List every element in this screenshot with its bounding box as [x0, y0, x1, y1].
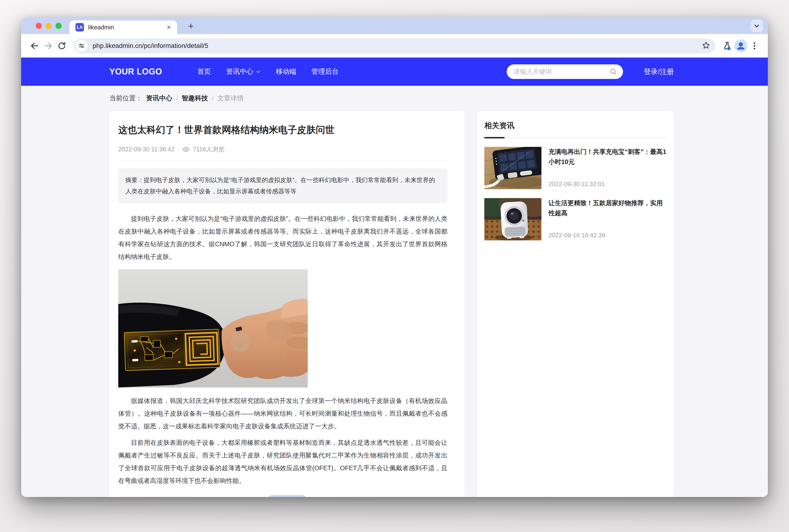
main-nav: 首页 资讯中心 移动端 管理后台	[198, 67, 339, 76]
nav-item-mobile[interactable]: 移动端	[276, 67, 297, 76]
close-window-button[interactable]	[36, 23, 42, 29]
maximize-window-button[interactable]	[55, 23, 62, 29]
breadcrumb-item-category[interactable]: 智趣科技	[182, 94, 208, 103]
tab-favicon: LA	[75, 23, 84, 32]
traffic-lights	[36, 23, 62, 29]
article-image-electronic-skin	[118, 269, 308, 387]
site-header: YOUR LOGO 首页 资讯中心 移动端 管理后台 登录/注册	[21, 58, 768, 86]
article-meta: 2022-09-30 11:36:42 7116人浏览	[118, 145, 447, 153]
login-register-link[interactable]: 登录/注册	[644, 67, 674, 77]
article-card: 这也太科幻了！世界首款网格结构纳米电子皮肤问世 2022-09-30 11:36…	[109, 111, 464, 497]
related-item-title[interactable]: 充满电再出门！共享充电宝“刺客”：最高1小时10元	[548, 147, 666, 167]
address-bar[interactable]: php.likeadmin.cn/pc/information/detail/5	[74, 38, 715, 53]
related-item[interactable]: 让生活更精致！五款居家好物推荐，实用性超高 2022-09-16 16:42:3…	[484, 198, 666, 241]
tab-strip: LA likeadmin × +	[21, 18, 768, 34]
search-input[interactable]	[507, 64, 623, 79]
site-logo[interactable]: YOUR LOGO	[109, 67, 162, 77]
browser-window: LA likeadmin × + php.likeadmin.cn/pc/inf…	[21, 18, 768, 497]
related-news-card: 相关资讯	[477, 111, 674, 497]
browser-toolbar: php.likeadmin.cn/pc/information/detail/5	[21, 34, 768, 58]
site-search	[507, 64, 623, 79]
tab-search-chevron-icon[interactable]	[750, 19, 763, 32]
related-item-title[interactable]: 让生活更精致！五款居家好物推荐，实用性超高	[548, 198, 666, 218]
pagination-button[interactable]	[267, 495, 307, 497]
related-thumbnail-projector	[484, 198, 541, 241]
bookmark-star-icon[interactable]	[701, 41, 711, 51]
article-paragraph: 据媒体报道，韩国大邱庆北科学技术院研究团队成功开发出了全球第一个纳米结构电子皮肤…	[118, 395, 447, 433]
nav-item-news-center[interactable]: 资讯中心	[226, 67, 261, 76]
reload-icon[interactable]	[55, 39, 69, 53]
breadcrumb-prefix: 当前位置：	[109, 94, 142, 103]
url-text[interactable]: php.likeadmin.cn/pc/information/detail/5	[93, 42, 208, 50]
article-views: 7116人浏览	[193, 145, 225, 153]
forward-icon[interactable]	[41, 39, 55, 53]
article-paragraph: 目前用在皮肤表面的电子设备，大都采用橡胶或者塑料等基材制造而来，其缺点是透水透气…	[118, 436, 447, 487]
tab-title: likeadmin	[88, 24, 114, 31]
related-item-date: 2022-09-16 16:42:39	[548, 232, 666, 239]
tab-close-icon[interactable]: ×	[167, 24, 171, 31]
search-icon[interactable]	[609, 68, 617, 77]
related-news-title: 相关资讯	[484, 120, 666, 131]
breadcrumb: 当前位置： 资讯中心 / 智趣科技 / 文章详情	[109, 94, 768, 103]
site-info-icon[interactable]	[76, 40, 88, 52]
breadcrumb-item-current: 文章详情	[218, 94, 244, 103]
related-item-date: 2022-09-30 11:32:01	[548, 180, 666, 188]
experiments-flask-icon[interactable]	[720, 39, 734, 53]
article-summary: 摘要：提到电子皮肤，大家可别以为是“电子游戏里的虚拟皮肤”。在一些科幻电影中，我…	[118, 168, 447, 203]
new-tab-button[interactable]: +	[186, 21, 196, 31]
divider	[118, 160, 447, 161]
article-date: 2022-09-30 11:36:42	[118, 146, 175, 153]
minimize-window-button[interactable]	[45, 23, 52, 29]
article-title: 这也太科幻了！世界首款网格结构纳米电子皮肤问世	[118, 124, 447, 136]
nav-item-home[interactable]: 首页	[198, 67, 211, 76]
nav-item-admin[interactable]: 管理后台	[312, 67, 339, 76]
views-eye-icon	[182, 146, 190, 153]
related-item[interactable]: 充满电再出门！共享充电宝“刺客”：最高1小时10元 2022-09-30 11:…	[484, 147, 666, 189]
article-paragraph: 提到电子皮肤，大家可别以为是“电子游戏里的虚拟皮肤”。在一些科幻电影中，我们常常…	[118, 212, 447, 263]
profile-avatar[interactable]	[734, 39, 748, 53]
browser-menu-kebab-icon[interactable]	[748, 39, 761, 53]
page-viewport: YOUR LOGO 首页 资讯中心 移动端 管理后台 登录/注册 当前位置： 资…	[21, 58, 768, 497]
section-divider	[484, 137, 666, 138]
related-thumbnail-powerbank	[484, 147, 541, 189]
chevron-down-icon	[256, 69, 261, 74]
breadcrumb-item-news-center[interactable]: 资讯中心	[146, 94, 172, 103]
browser-tab[interactable]: LA likeadmin ×	[69, 20, 177, 34]
back-icon[interactable]	[28, 39, 41, 53]
